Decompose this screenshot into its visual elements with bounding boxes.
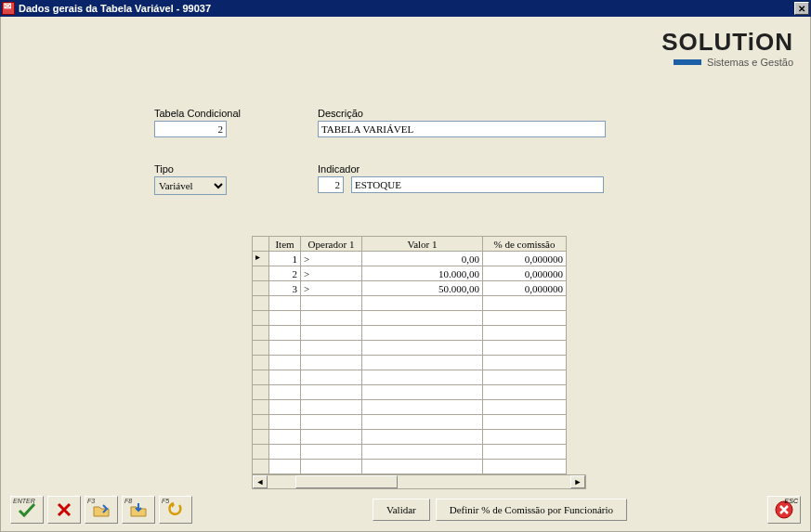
titlebar: Dados gerais da Tabela Variável - 99037 …	[0, 0, 811, 17]
table-row[interactable]: 3>50.000,000,000000	[253, 281, 567, 296]
enter-button[interactable]: ENTER	[10, 496, 44, 524]
cell-item[interactable]: 2	[269, 266, 301, 281]
descricao-input[interactable]	[318, 121, 606, 137]
data-grid[interactable]: Item Operador 1 Valor 1 % de comissão 1>…	[252, 236, 567, 474]
table-row[interactable]	[253, 326, 567, 341]
table-row[interactable]	[253, 370, 567, 385]
row-header[interactable]	[253, 281, 269, 296]
tabcond-label: Tabela Condicional	[154, 108, 241, 119]
table-row[interactable]	[253, 385, 567, 400]
cell-valor1[interactable]: 0,00	[362, 252, 483, 266]
cell-item[interactable]: 3	[269, 281, 301, 296]
scroll-thumb[interactable]	[295, 475, 398, 488]
row-header[interactable]	[253, 370, 269, 385]
esc-button[interactable]: ESC	[767, 496, 801, 524]
row-header[interactable]	[253, 296, 269, 311]
indicador-text-input[interactable]	[351, 176, 604, 193]
f5-button[interactable]: F5	[159, 496, 192, 524]
grid-container: Item Operador 1 Valor 1 % de comissão 1>…	[252, 236, 586, 489]
cell-valor1[interactable]: 10.000,00	[362, 266, 483, 281]
cell-operador[interactable]: >	[301, 252, 362, 266]
indicador-num-input[interactable]	[318, 176, 344, 193]
table-row[interactable]	[253, 341, 567, 356]
bottom-toolbar: ENTER F3 F8 F5 Validar Definir % de Comi…	[10, 496, 801, 524]
tipo-select[interactable]: Variável	[154, 176, 227, 195]
cell-operador[interactable]: >	[301, 266, 362, 281]
brand-logo: SOLUTiON Sistemas e Gestão	[661, 28, 793, 68]
tabcond-input[interactable]	[154, 121, 227, 137]
table-row[interactable]	[253, 415, 567, 430]
cell-comissao[interactable]: 0,000000	[483, 281, 567, 296]
row-header[interactable]	[253, 266, 269, 281]
content-pane: SOLUTiON Sistemas e Gestão Tabela Condic…	[0, 17, 811, 532]
cell-valor1[interactable]: 50.000,00	[362, 281, 483, 296]
brand-bar	[674, 59, 701, 65]
table-row[interactable]: 2>10.000,000,000000	[253, 266, 567, 281]
tipo-label: Tipo	[154, 163, 227, 175]
window-title: Dados gerais da Tabela Variável - 99037	[19, 3, 211, 14]
col-item: Item	[269, 237, 301, 252]
app-icon	[2, 2, 15, 15]
table-row[interactable]	[253, 445, 567, 460]
row-header[interactable]	[253, 400, 269, 415]
cell-operador[interactable]: >	[301, 281, 362, 296]
row-header[interactable]	[253, 430, 269, 445]
row-header[interactable]	[253, 385, 269, 400]
definir-comissao-button[interactable]: Definir % de Comissão por Funcionário	[436, 499, 627, 521]
close-button[interactable]: ✕	[794, 2, 809, 15]
f8-button[interactable]: F8	[122, 496, 155, 524]
brand-tagline: Sistemas e Gestão	[707, 57, 793, 68]
table-row[interactable]	[253, 430, 567, 445]
scroll-right-icon[interactable]: ►	[570, 475, 585, 488]
grid-corner	[253, 237, 269, 252]
row-header[interactable]	[253, 356, 269, 370]
table-row[interactable]: 1>0,000,000000	[253, 252, 567, 266]
table-row[interactable]	[253, 400, 567, 415]
cell-item[interactable]: 1	[269, 252, 301, 266]
scroll-left-icon[interactable]: ◄	[253, 475, 268, 488]
col-operador: Operador 1	[301, 237, 362, 252]
table-row[interactable]	[253, 296, 567, 311]
cell-comissao[interactable]: 0,000000	[483, 252, 567, 266]
row-header[interactable]	[253, 311, 269, 326]
col-valor1: Valor 1	[362, 237, 483, 252]
x-icon	[56, 501, 72, 518]
row-header[interactable]	[253, 415, 269, 430]
validar-button[interactable]: Validar	[373, 499, 430, 521]
grid-hscrollbar[interactable]: ◄ ►	[252, 474, 586, 489]
table-row[interactable]	[253, 460, 567, 474]
descricao-label: Descrição	[318, 108, 606, 119]
brand-name: SOLUTiON	[661, 28, 793, 57]
cell-comissao[interactable]: 0,000000	[483, 266, 567, 281]
table-row[interactable]	[253, 311, 567, 326]
row-header[interactable]	[253, 326, 269, 341]
row-header[interactable]	[253, 445, 269, 460]
row-header[interactable]	[253, 341, 269, 356]
f3-button[interactable]: F3	[85, 496, 118, 524]
col-comissao: % de comissão	[483, 237, 567, 252]
cancel-button[interactable]	[47, 496, 81, 524]
row-header[interactable]	[253, 252, 269, 266]
row-header[interactable]	[253, 460, 269, 474]
table-row[interactable]	[253, 356, 567, 370]
